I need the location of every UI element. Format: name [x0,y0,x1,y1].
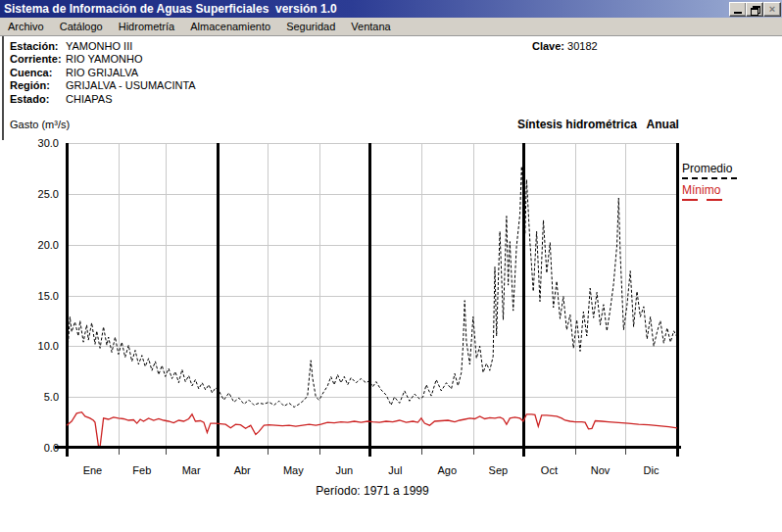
month-tick [625,449,626,455]
station-field-value: GRIJALVA - USUMACINTA [66,79,196,92]
menu-item-archivo[interactable]: Archivo [0,19,52,34]
station-row: Estación:YAMONHO III [10,40,196,53]
x-month-label: Dic [632,464,671,476]
x-month-label: Oct [529,464,568,476]
month-tick [421,449,422,455]
station-field-label: Estación: [10,40,66,53]
menu-bar: ArchivoCatálogoHidrometríaAlmacenamiento… [0,18,782,36]
x-month-label: May [273,464,313,476]
window-title: Sistema de Información de Aguas Superfic… [0,2,337,16]
x-month-label: Ago [427,464,466,476]
chart-title: Síntesis hidrométrica Anual [517,118,679,131]
clave-label: Clave: [532,40,564,52]
station-field-label: Estado: [10,93,66,106]
legend-line-swatch-minimo [682,199,729,201]
station-field-value: YAMONHO III [66,40,132,53]
station-field-value: RIO GRIJALVA [66,67,138,79]
station-info: Estación:YAMONHO IIICorriente:RIO YAMONH… [10,40,196,106]
y-tick-label: 20.0 [29,239,59,251]
x-month-label: Nov [580,464,619,476]
clave-value: 30182 [567,40,598,52]
legend-label: Promedio [682,162,737,175]
month-tick [473,449,474,455]
y-tick-label: 15.0 [29,290,59,302]
station-row: Estado:CHIAPAS [10,93,196,106]
x-month-label: Jul [375,464,415,476]
chart-plot [67,143,677,448]
legend-item-promedio: Promedio [682,162,737,179]
menu-item-ventana[interactable]: Ventana [343,19,398,34]
station-row: Región:GRIJALVA - USUMACINTA [10,79,196,92]
month-tick [119,449,120,455]
close-button[interactable]: × [763,2,781,17]
minimize-button[interactable] [729,2,747,17]
x-month-label: Mar [171,464,211,476]
restore-button[interactable] [746,2,763,17]
y-tick-label: 10.0 [29,340,59,352]
restore-icon [751,6,759,14]
x-month-label: Ene [73,464,112,476]
month-tick [319,449,320,455]
station-field-value: CHIAPAS [66,93,112,106]
title-bar: Sistema de Información de Aguas Superfic… [0,0,782,18]
station-field-label: Corriente: [10,53,66,66]
menu-item-seguridad[interactable]: Seguridad [278,19,343,34]
chart-legend: PromedioMínimo [682,162,737,205]
period-note: Período: 1971 a 1999 [255,484,490,498]
menu-item-almacenamiento[interactable]: Almacenamiento [182,19,278,34]
month-tick [268,449,269,455]
legend-item-minimo: Mínimo [682,183,737,201]
close-icon: × [769,4,775,15]
mdi-frame-edge [2,36,4,140]
series-line-promedio [67,167,677,408]
legend-label: Mínimo [682,183,737,197]
station-field-value: RIO YAMONHO [66,53,142,66]
x-month-label: Feb [122,464,162,476]
station-row: Cuenca:RIO GRIJALVA [10,67,196,79]
menu-item-hidrometria[interactable]: Hidrometría [111,19,182,34]
station-field-label: Región: [10,79,66,92]
month-tick [575,449,576,455]
y-tick-label: 5.0 [29,391,59,403]
x-month-label: Sep [478,464,517,476]
menu-item-catalogo[interactable]: Catálogo [52,19,111,34]
y-tick-label: 30.0 [29,137,59,149]
station-field-label: Cuenca: [10,67,66,79]
minimize-icon [734,12,742,14]
y-axis-title: Gasto (m³/s) [10,119,70,130]
station-row: Corriente:RIO YAMONHO [10,53,196,66]
x-month-label: Jun [324,464,364,476]
x-month-label: Abr [222,464,262,476]
y-tick-label: 25.0 [29,188,59,200]
station-clave: Clave: 30182 [532,40,598,52]
x-axis-line [55,446,681,449]
app-window: Sistema de Información de Aguas Superfic… [0,0,782,532]
legend-line-swatch-promedio [682,177,737,179]
month-tick [166,449,167,455]
series-line-minimo [67,412,677,447]
